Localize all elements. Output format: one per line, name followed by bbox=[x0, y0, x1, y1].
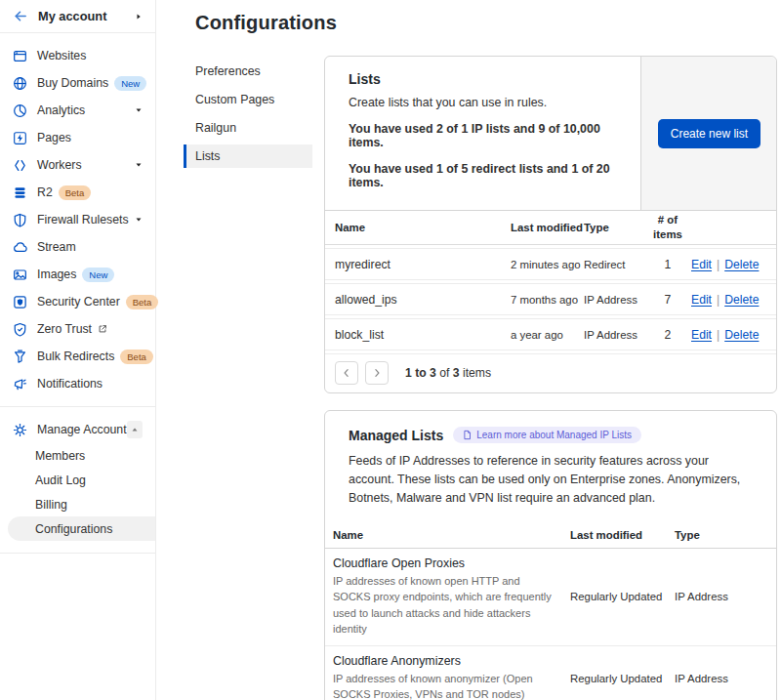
managed-lists-description: Feeds of IP Addresses to reference in se… bbox=[325, 443, 776, 522]
analytics-icon bbox=[13, 103, 27, 118]
sidebar-subitem-label: Billing bbox=[35, 498, 67, 512]
megaphone-icon bbox=[13, 377, 27, 391]
sidebar-item-notifications[interactable]: Notifications bbox=[0, 370, 155, 397]
learn-more-link[interactable]: Learn more about Managed IP Lists bbox=[453, 427, 641, 443]
chevron-left-icon bbox=[341, 367, 352, 379]
beta-badge: Beta bbox=[126, 295, 159, 309]
account-title: My account bbox=[38, 9, 106, 23]
chevron-right-icon bbox=[371, 367, 383, 379]
sidebar-nav: Websites Buy Domains New Analytics Pages… bbox=[0, 33, 155, 554]
sidebar-item-stream[interactable]: Stream bbox=[0, 233, 155, 261]
sidebar-item-label: Security Center bbox=[37, 295, 120, 309]
managed-list-description: IP addresses of known anonymizer (Open S… bbox=[333, 671, 560, 700]
managed-lists-table: Name Last modified Type Cloudflare Open … bbox=[325, 522, 776, 700]
collapse-section-button[interactable] bbox=[127, 421, 143, 438]
managed-lists-card: Managed Lists Learn more about Managed I… bbox=[324, 410, 777, 700]
sidebar-subitem-label: Configurations bbox=[35, 522, 112, 536]
subnav-item-railgun[interactable]: Railgun bbox=[184, 116, 312, 140]
sidebar-item-zero-trust[interactable]: Zero Trust bbox=[0, 315, 155, 343]
column-num-items: # of items bbox=[648, 213, 687, 243]
chevron-up-icon bbox=[131, 426, 139, 433]
list-modified: 7 months ago bbox=[511, 294, 584, 306]
lists-table-header: Name Last modified Type # of items bbox=[325, 211, 776, 245]
chevron-down-icon bbox=[135, 216, 143, 224]
sidebar-divider bbox=[0, 553, 155, 554]
sidebar-item-label: Images bbox=[37, 268, 76, 281]
sidebar-item-websites[interactable]: Websites bbox=[0, 42, 155, 69]
sidebar-item-pages[interactable]: Pages bbox=[0, 124, 155, 151]
subnav-item-custom-pages[interactable]: Custom Pages bbox=[184, 88, 312, 111]
app-window: My account Websites Buy Domains New Anal… bbox=[0, 0, 781, 700]
sidebar-item-analytics[interactable]: Analytics bbox=[0, 97, 155, 124]
action-separator: | bbox=[717, 328, 719, 342]
sidebar-item-images[interactable]: Images New bbox=[0, 261, 155, 288]
sidebar-item-buy-domains[interactable]: Buy Domains New bbox=[0, 69, 155, 97]
action-separator: | bbox=[717, 258, 719, 271]
edit-link[interactable]: Edit bbox=[691, 293, 712, 307]
sidebar-item-label: Firewall Rulesets bbox=[37, 213, 129, 226]
managed-list-name: Cloudflare Anonymizers bbox=[333, 654, 560, 668]
sidebar-item-label: Analytics bbox=[37, 103, 85, 117]
ip-lists-usage: You have used 2 of 1 IP lists and 9 of 1… bbox=[349, 122, 617, 149]
sidebar-item-members[interactable]: Members bbox=[0, 443, 155, 468]
sidebar-item-security-center[interactable]: Security Center Beta bbox=[0, 288, 155, 315]
managed-list-type: IP Address bbox=[675, 591, 768, 602]
chevron-right-icon bbox=[135, 13, 143, 21]
sidebar-item-configurations[interactable]: Configurations bbox=[8, 516, 155, 541]
create-new-list-button[interactable]: Create new list bbox=[658, 119, 760, 148]
delete-link[interactable]: Delete bbox=[724, 293, 759, 307]
sidebar-item-label: Workers bbox=[37, 158, 82, 172]
delete-link[interactable]: Delete bbox=[724, 328, 759, 342]
managed-list-modified: Regularly Updated bbox=[570, 591, 675, 602]
sidebar-item-firewall-rulesets[interactable]: Firewall Rulesets bbox=[0, 206, 155, 233]
list-type: IP Address bbox=[584, 329, 644, 341]
chevron-down-icon bbox=[135, 106, 143, 114]
table-row: Cloudflare Anonymizers IP addresses of k… bbox=[325, 646, 776, 700]
list-name: myredirect bbox=[335, 258, 511, 271]
list-name: allowed_ips bbox=[335, 293, 511, 307]
main-content: Configurations Preferences Custom Pages … bbox=[156, 0, 781, 700]
sidebar-item-label: Zero Trust bbox=[37, 322, 92, 336]
managed-list-name: Cloudflare Open Proxies bbox=[333, 556, 560, 570]
action-separator: | bbox=[717, 293, 719, 307]
sidebar-item-audit-log[interactable]: Audit Log bbox=[0, 468, 155, 492]
column-name: Name bbox=[335, 222, 511, 233]
list-modified: 2 minutes ago bbox=[511, 259, 584, 270]
new-badge: New bbox=[114, 76, 146, 91]
subnav-item-preferences[interactable]: Preferences bbox=[184, 60, 312, 83]
edit-link[interactable]: Edit bbox=[691, 328, 712, 342]
subnav-item-lists[interactable]: Lists bbox=[184, 144, 312, 168]
chevron-down-icon bbox=[135, 161, 143, 169]
sidebar-item-label: R2 bbox=[37, 185, 53, 199]
list-modified: a year ago bbox=[511, 329, 584, 341]
delete-link[interactable]: Delete bbox=[724, 258, 759, 271]
sidebar-item-label: Buy Domains bbox=[37, 76, 108, 90]
sidebar: My account Websites Buy Domains New Anal… bbox=[0, 0, 156, 700]
back-arrow-icon[interactable] bbox=[13, 9, 27, 23]
sidebar-divider bbox=[0, 406, 155, 407]
edit-link[interactable]: Edit bbox=[691, 258, 712, 271]
list-type: IP Address bbox=[584, 294, 644, 306]
table-row: block_list a year ago IP Address 2 Edit|… bbox=[325, 318, 776, 350]
images-icon bbox=[13, 268, 27, 282]
sidebar-item-billing[interactable]: Billing bbox=[0, 492, 155, 516]
previous-page-button[interactable] bbox=[335, 361, 358, 385]
sidebar-item-manage-account[interactable]: Manage Account bbox=[0, 416, 155, 443]
table-row: Cloudflare Open Proxies IP addresses of … bbox=[325, 549, 776, 646]
sidebar-subitem-label: Members bbox=[35, 449, 85, 463]
sidebar-item-workers[interactable]: Workers bbox=[0, 151, 155, 179]
sidebar-item-r2[interactable]: R2 Beta bbox=[0, 179, 155, 206]
next-page-button[interactable] bbox=[365, 361, 389, 385]
list-item-count: 1 bbox=[648, 258, 687, 271]
shield-icon bbox=[13, 213, 27, 227]
column-last-modified: Last modified bbox=[511, 222, 584, 233]
security-center-icon bbox=[13, 295, 27, 309]
lists-table: Name Last modified Type # of items myred… bbox=[325, 210, 776, 392]
document-icon bbox=[463, 430, 472, 440]
account-home-nav[interactable]: My account bbox=[0, 0, 155, 33]
redirect-lists-usage: You have used 1 of 5 redirect lists and … bbox=[349, 162, 617, 189]
lists-card-action-panel: Create new list bbox=[640, 57, 776, 210]
sidebar-item-bulk-redirects[interactable]: Bulk Redirects Beta bbox=[0, 343, 155, 370]
managed-lists-title: Managed Lists bbox=[349, 428, 443, 443]
managed-list-type: IP Address bbox=[675, 673, 768, 684]
